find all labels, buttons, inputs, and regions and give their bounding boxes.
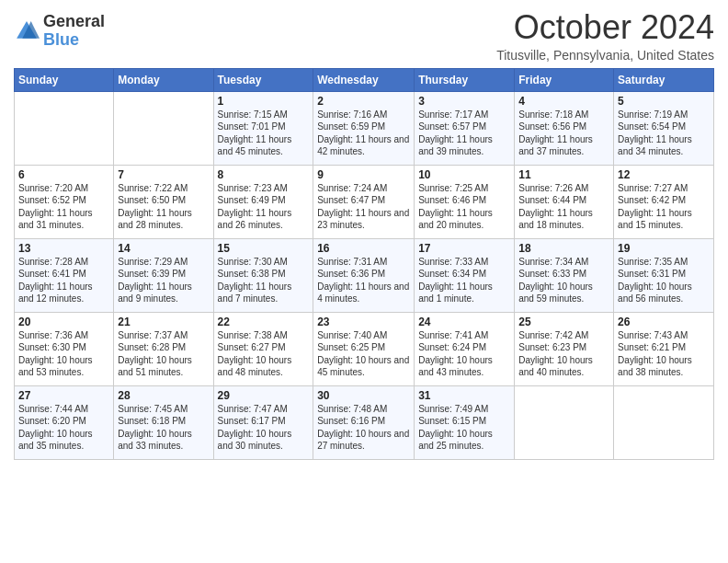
calendar-header-row: SundayMondayTuesdayWednesdayThursdayFrid… <box>15 68 714 91</box>
calendar-cell: 27Sunrise: 7:44 AMSunset: 6:20 PMDayligh… <box>15 385 114 459</box>
calendar-cell: 3Sunrise: 7:17 AMSunset: 6:57 PMDaylight… <box>415 91 515 165</box>
calendar-cell: 8Sunrise: 7:23 AMSunset: 6:49 PMDaylight… <box>213 165 313 238</box>
day-number: 20 <box>18 316 109 328</box>
day-info: Sunrise: 7:27 AMSunset: 6:42 PMDaylight:… <box>618 182 710 232</box>
day-info: Sunrise: 7:38 AMSunset: 6:27 PMDaylight:… <box>218 329 310 379</box>
day-number: 26 <box>618 316 710 328</box>
calendar-cell: 25Sunrise: 7:42 AMSunset: 6:23 PMDayligh… <box>515 312 614 385</box>
calendar-cell: 10Sunrise: 7:25 AMSunset: 6:46 PMDayligh… <box>415 165 515 238</box>
logo-blue: Blue <box>43 31 105 50</box>
day-number: 12 <box>618 168 710 181</box>
day-info: Sunrise: 7:19 AMSunset: 6:54 PMDaylight:… <box>618 109 710 158</box>
day-number: 30 <box>317 389 410 402</box>
calendar-header-monday: Monday <box>114 68 213 91</box>
day-info: Sunrise: 7:43 AMSunset: 6:21 PMDaylight:… <box>618 329 710 379</box>
calendar-week-2: 13Sunrise: 7:28 AMSunset: 6:41 PMDayligh… <box>15 238 714 312</box>
day-number: 5 <box>618 95 710 108</box>
day-info: Sunrise: 7:49 AMSunset: 6:15 PMDaylight:… <box>418 403 510 453</box>
day-number: 14 <box>118 242 209 255</box>
day-info: Sunrise: 7:42 AMSunset: 6:23 PMDaylight:… <box>518 329 609 379</box>
day-info: Sunrise: 7:44 AMSunset: 6:20 PMDaylight:… <box>18 403 109 453</box>
month-title: October 2024 <box>496 9 714 46</box>
day-number: 27 <box>18 389 109 402</box>
calendar-cell: 31Sunrise: 7:49 AMSunset: 6:15 PMDayligh… <box>415 385 515 459</box>
day-info: Sunrise: 7:28 AMSunset: 6:41 PMDaylight:… <box>18 256 109 305</box>
day-info: Sunrise: 7:40 AMSunset: 6:25 PMDaylight:… <box>317 329 410 379</box>
calendar-cell: 15Sunrise: 7:30 AMSunset: 6:38 PMDayligh… <box>213 238 313 312</box>
calendar-cell: 16Sunrise: 7:31 AMSunset: 6:36 PMDayligh… <box>313 238 415 312</box>
day-number: 16 <box>317 242 410 255</box>
calendar-cell <box>515 385 614 459</box>
day-number: 21 <box>118 316 209 328</box>
day-info: Sunrise: 7:33 AMSunset: 6:34 PMDaylight:… <box>418 256 510 305</box>
calendar-week-3: 20Sunrise: 7:36 AMSunset: 6:30 PMDayligh… <box>15 312 714 385</box>
day-info: Sunrise: 7:34 AMSunset: 6:33 PMDaylight:… <box>518 256 609 305</box>
logo: General Blue <box>14 13 105 50</box>
day-info: Sunrise: 7:24 AMSunset: 6:47 PMDaylight:… <box>317 182 410 232</box>
logo-text: General Blue <box>43 13 105 50</box>
day-number: 4 <box>518 95 609 108</box>
day-number: 11 <box>518 168 609 181</box>
calendar-cell: 13Sunrise: 7:28 AMSunset: 6:41 PMDayligh… <box>15 238 114 312</box>
location: Titusville, Pennsylvania, United States <box>496 48 714 63</box>
calendar-cell: 19Sunrise: 7:35 AMSunset: 6:31 PMDayligh… <box>614 238 714 312</box>
calendar-cell: 22Sunrise: 7:38 AMSunset: 6:27 PMDayligh… <box>213 312 313 385</box>
calendar-week-0: 1Sunrise: 7:15 AMSunset: 7:01 PMDaylight… <box>15 91 714 165</box>
calendar-cell: 24Sunrise: 7:41 AMSunset: 6:24 PMDayligh… <box>415 312 515 385</box>
calendar-cell: 17Sunrise: 7:33 AMSunset: 6:34 PMDayligh… <box>415 238 515 312</box>
calendar-cell: 6Sunrise: 7:20 AMSunset: 6:52 PMDaylight… <box>15 165 114 238</box>
logo-icon <box>14 18 40 44</box>
calendar-header-wednesday: Wednesday <box>313 68 415 91</box>
calendar-cell: 26Sunrise: 7:43 AMSunset: 6:21 PMDayligh… <box>614 312 714 385</box>
day-info: Sunrise: 7:20 AMSunset: 6:52 PMDaylight:… <box>18 182 109 232</box>
calendar-cell: 23Sunrise: 7:40 AMSunset: 6:25 PMDayligh… <box>313 312 415 385</box>
day-number: 23 <box>317 316 410 328</box>
calendar-header-friday: Friday <box>515 68 614 91</box>
day-number: 28 <box>118 389 209 402</box>
day-info: Sunrise: 7:37 AMSunset: 6:28 PMDaylight:… <box>118 329 209 379</box>
day-number: 15 <box>218 242 310 255</box>
day-info: Sunrise: 7:26 AMSunset: 6:44 PMDaylight:… <box>518 182 609 232</box>
day-number: 2 <box>317 95 410 108</box>
day-number: 17 <box>418 242 510 255</box>
day-info: Sunrise: 7:25 AMSunset: 6:46 PMDaylight:… <box>418 182 510 232</box>
day-info: Sunrise: 7:18 AMSunset: 6:56 PMDaylight:… <box>518 109 609 158</box>
day-number: 3 <box>418 95 510 108</box>
day-info: Sunrise: 7:31 AMSunset: 6:36 PMDaylight:… <box>317 256 410 305</box>
day-info: Sunrise: 7:30 AMSunset: 6:38 PMDaylight:… <box>218 256 310 305</box>
calendar-week-4: 27Sunrise: 7:44 AMSunset: 6:20 PMDayligh… <box>15 385 714 459</box>
calendar-cell: 2Sunrise: 7:16 AMSunset: 6:59 PMDaylight… <box>313 91 415 165</box>
calendar-cell: 29Sunrise: 7:47 AMSunset: 6:17 PMDayligh… <box>213 385 313 459</box>
calendar-header-tuesday: Tuesday <box>213 68 313 91</box>
day-info: Sunrise: 7:48 AMSunset: 6:16 PMDaylight:… <box>317 403 410 453</box>
day-number: 1 <box>218 95 310 108</box>
day-info: Sunrise: 7:16 AMSunset: 6:59 PMDaylight:… <box>317 109 410 158</box>
calendar-cell: 30Sunrise: 7:48 AMSunset: 6:16 PMDayligh… <box>313 385 415 459</box>
calendar-cell: 7Sunrise: 7:22 AMSunset: 6:50 PMDaylight… <box>114 165 213 238</box>
calendar-header-saturday: Saturday <box>614 68 714 91</box>
calendar-cell: 9Sunrise: 7:24 AMSunset: 6:47 PMDaylight… <box>313 165 415 238</box>
header: General Blue October 2024 Titusville, Pe… <box>14 9 714 63</box>
day-info: Sunrise: 7:35 AMSunset: 6:31 PMDaylight:… <box>618 256 710 305</box>
day-number: 18 <box>518 242 609 255</box>
calendar-cell: 5Sunrise: 7:19 AMSunset: 6:54 PMDaylight… <box>614 91 714 165</box>
calendar-cell: 20Sunrise: 7:36 AMSunset: 6:30 PMDayligh… <box>15 312 114 385</box>
day-number: 9 <box>317 168 410 181</box>
day-info: Sunrise: 7:17 AMSunset: 6:57 PMDaylight:… <box>418 109 510 158</box>
day-number: 19 <box>618 242 710 255</box>
title-section: October 2024 Titusville, Pennsylvania, U… <box>496 9 714 63</box>
calendar-cell: 4Sunrise: 7:18 AMSunset: 6:56 PMDaylight… <box>515 91 614 165</box>
day-number: 29 <box>218 389 310 402</box>
day-info: Sunrise: 7:29 AMSunset: 6:39 PMDaylight:… <box>118 256 209 305</box>
calendar-cell: 11Sunrise: 7:26 AMSunset: 6:44 PMDayligh… <box>515 165 614 238</box>
calendar-cell: 14Sunrise: 7:29 AMSunset: 6:39 PMDayligh… <box>114 238 213 312</box>
calendar-cell: 18Sunrise: 7:34 AMSunset: 6:33 PMDayligh… <box>515 238 614 312</box>
calendar-cell <box>15 91 114 165</box>
day-number: 13 <box>18 242 109 255</box>
day-info: Sunrise: 7:23 AMSunset: 6:49 PMDaylight:… <box>218 182 310 232</box>
day-info: Sunrise: 7:41 AMSunset: 6:24 PMDaylight:… <box>418 329 510 379</box>
calendar-cell: 12Sunrise: 7:27 AMSunset: 6:42 PMDayligh… <box>614 165 714 238</box>
day-number: 10 <box>418 168 510 181</box>
day-number: 25 <box>518 316 609 328</box>
day-number: 8 <box>218 168 310 181</box>
